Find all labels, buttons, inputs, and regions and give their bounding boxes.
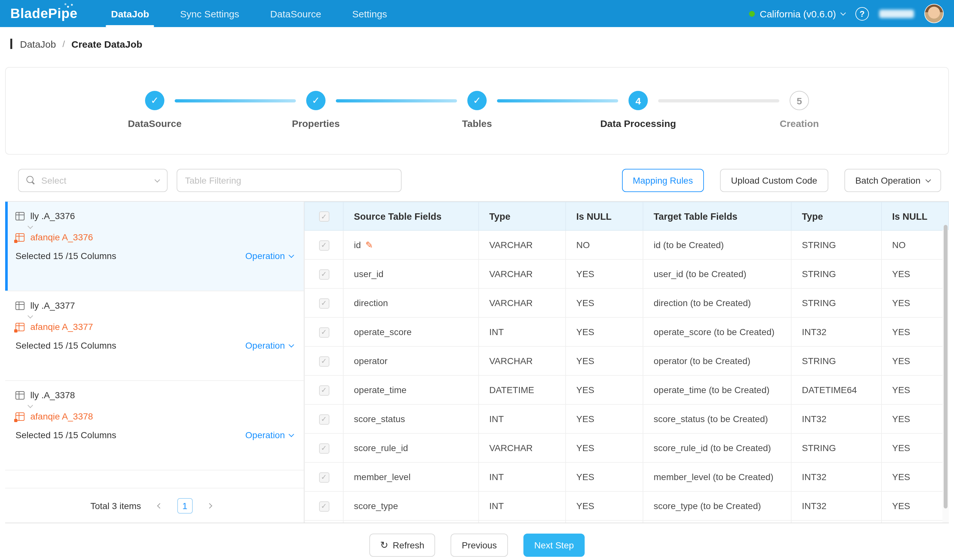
chevron-down-icon	[155, 177, 160, 182]
target-type: INT32	[791, 317, 881, 346]
nav-item-datajob[interactable]: DataJob	[95, 0, 164, 27]
mapping-rules-button[interactable]: Mapping Rules	[622, 169, 704, 192]
check-icon: ✓	[321, 213, 327, 220]
batch-operation-button[interactable]: Batch Operation	[845, 169, 941, 192]
row-checkbox[interactable]: ✓	[319, 414, 329, 424]
source-field: score_type	[343, 492, 479, 520]
toolbar: Select Mapping Rules Upload Custom Code …	[5, 160, 949, 201]
source-field: direction	[343, 288, 479, 317]
row-checkbox[interactable]: ✓	[319, 327, 329, 338]
row-checkbox[interactable]: ✓	[319, 269, 329, 279]
target-table-name: afanqie A_3378	[30, 411, 93, 422]
chevron-down-icon	[840, 10, 846, 16]
source-isnull: YES	[566, 433, 643, 462]
table-mapping-item-3[interactable]: lly .A_3378 afanqie A_3378 Selected 15 /…	[5, 381, 304, 470]
chevron-down-icon	[289, 431, 294, 437]
select-all-checkbox[interactable]: ✓	[319, 212, 329, 222]
step-label: DataSource	[128, 118, 182, 129]
page-number[interactable]: 1	[177, 498, 193, 513]
source-field: score_status	[343, 404, 479, 433]
table-icon	[16, 301, 25, 310]
check-icon: ✓	[321, 358, 327, 365]
check-icon: ✓	[321, 242, 327, 249]
target-table-icon	[16, 233, 25, 241]
target-isnull: YES	[881, 433, 949, 462]
edit-field-icon[interactable]: ✎	[365, 240, 373, 250]
next-step-button[interactable]: Next Step	[524, 534, 585, 557]
step-number: 4	[636, 95, 641, 106]
pagination: Total 3 items 1	[5, 488, 304, 523]
vertical-scrollbar-thumb[interactable]	[944, 225, 948, 509]
refresh-button[interactable]: ↻Refresh	[369, 534, 435, 557]
source-table-row: lly .A_3377	[16, 300, 293, 311]
nav-item-settings[interactable]: Settings	[337, 0, 402, 27]
source-field: operate_time	[343, 375, 479, 404]
source-field: id	[354, 240, 361, 250]
table-mapping-item-2[interactable]: lly .A_3377 afanqie A_3377 Selected 15 /…	[5, 291, 304, 381]
brand-logo: BladePipe	[10, 0, 77, 27]
chevron-down-icon	[289, 342, 294, 347]
next-page-button[interactable]	[203, 498, 218, 513]
step-label: Tables	[462, 118, 492, 129]
row-checkbox[interactable]: ✓	[319, 240, 329, 250]
table-select-dropdown[interactable]: Select	[18, 169, 168, 192]
prev-page-button[interactable]	[151, 498, 167, 513]
source-isnull: YES	[566, 317, 643, 346]
source-table-name: lly .A_3377	[30, 300, 75, 311]
avatar[interactable]	[924, 4, 944, 23]
footer-actions: ↻Refresh Previous Next Step	[0, 534, 954, 557]
source-field: member_level	[343, 462, 479, 492]
selected-columns-text: Selected 15 /15 Columns	[16, 430, 116, 440]
previous-label: Previous	[462, 540, 497, 550]
topnav-right: California (v0.6.0) ?	[749, 0, 944, 27]
upload-custom-code-button[interactable]: Upload Custom Code	[720, 169, 828, 192]
row-checkbox[interactable]: ✓	[319, 356, 329, 366]
table-row: ✓ id✎ VARCHAR NO id (to be Created) STRI…	[305, 230, 949, 260]
source-field: operator	[343, 346, 479, 375]
source-type: DATETIME	[479, 375, 566, 404]
source-field: operate_score	[343, 317, 479, 346]
previous-button[interactable]: Previous	[451, 534, 508, 557]
target-type: STRING	[791, 433, 881, 462]
environment-selector[interactable]: California (v0.6.0)	[749, 8, 845, 19]
operation-dropdown[interactable]: Operation	[245, 251, 293, 261]
logo-sparkle-icon	[67, 6, 69, 8]
step-circle: ✓	[145, 91, 164, 110]
row-checkbox[interactable]: ✓	[319, 501, 329, 511]
row-checkbox[interactable]: ✓	[319, 385, 329, 395]
breadcrumb-current: Create DataJob	[72, 38, 142, 49]
stepper: ✓ DataSource ✓ Properties ✓ Tables 4 Dat…	[145, 91, 809, 110]
field-mapping-table: ✓ Source Table Fields Type Is NULL Targe…	[304, 202, 949, 523]
field-mapping-area: ✓ Source Table Fields Type Is NULL Targe…	[304, 202, 949, 523]
operation-dropdown[interactable]: Operation	[245, 340, 293, 350]
row-checkbox[interactable]: ✓	[319, 472, 329, 482]
target-type: DATETIME64	[791, 375, 881, 404]
source-isnull: YES	[566, 375, 643, 404]
status-dot-icon	[749, 11, 754, 16]
table-row: ✓ member_level INT YES member_level (to …	[305, 462, 949, 492]
check-icon: ✓	[321, 387, 327, 394]
target-type: INT32	[791, 462, 881, 492]
environment-label: California (v0.6.0)	[760, 8, 836, 19]
nav-item-datasource[interactable]: DataSource	[255, 0, 337, 27]
source-table-name: lly .A_3378	[30, 390, 75, 400]
step-label: Properties	[292, 118, 340, 129]
table-filter-input[interactable]	[177, 169, 402, 192]
step-circle: ✓	[467, 91, 487, 110]
row-checkbox[interactable]: ✓	[319, 443, 329, 453]
breadcrumb-root[interactable]: DataJob	[20, 38, 56, 49]
row-checkbox[interactable]: ✓	[319, 298, 329, 308]
check-icon: ✓	[321, 502, 327, 510]
check-icon: ✓	[321, 416, 327, 423]
help-icon[interactable]: ?	[855, 7, 869, 20]
table-mapping-item-1[interactable]: lly .A_3376 afanqie A_3376 Selected 15 /…	[5, 202, 304, 291]
target-field: score_type (to be Created)	[643, 492, 791, 520]
nav-item-sync-settings[interactable]: Sync Settings	[165, 0, 255, 27]
step-datasource: ✓ DataSource	[145, 91, 164, 110]
target-type: INT32	[791, 492, 881, 520]
source-isnull: YES	[566, 462, 643, 492]
check-icon: ✓	[321, 474, 327, 481]
chevron-down-icon	[926, 177, 931, 182]
source-isnull: YES	[566, 260, 643, 288]
operation-dropdown[interactable]: Operation	[245, 430, 293, 440]
